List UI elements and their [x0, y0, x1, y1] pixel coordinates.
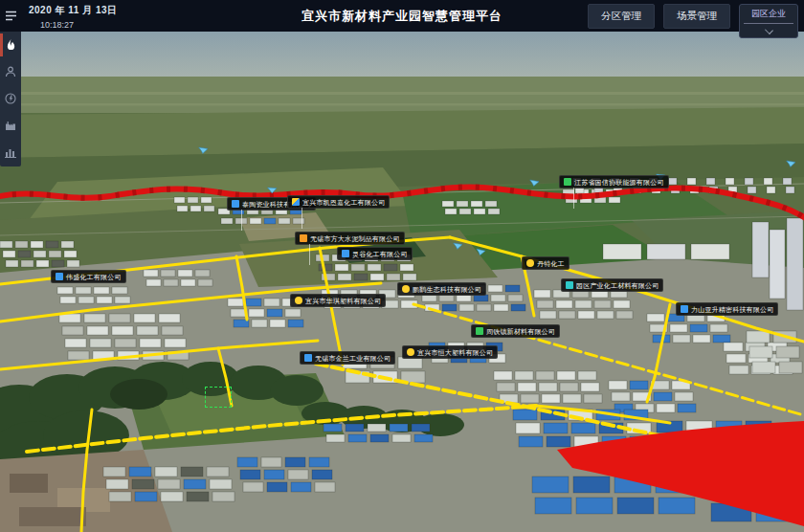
- company-label[interactable]: 无锡市方大水泥制品有限公司: [295, 232, 405, 245]
- app-window: 2020 年 11 月 13日 10:18:27 宜兴市新材料产业园智慧管理平台…: [0, 0, 804, 532]
- company-label-text: 无锡市方大水泥制品有限公司: [310, 235, 400, 242]
- company-label[interactable]: 灵谷化工有限公司: [337, 247, 413, 260]
- company-label[interactable]: 宜兴市华琪塑料有限公司: [290, 294, 386, 307]
- company-label[interactable]: 周铁镇新材料有限公司: [471, 324, 560, 338]
- zone-management-button[interactable]: 分区管理: [588, 4, 655, 29]
- company-label-text: 宜兴市凯恩嘉化工有限公司: [302, 199, 385, 206]
- sidebar-item-person[interactable]: [0, 58, 21, 85]
- sidebar-item-stats[interactable]: [0, 139, 21, 166]
- factory-marker-icon: [292, 198, 300, 206]
- factory-marker-icon: [566, 281, 573, 289]
- factory-marker-icon: [300, 234, 307, 242]
- factory-marker-icon: [407, 348, 414, 356]
- person-icon: [5, 66, 16, 78]
- datetime-block: 2020 年 11 月 13日 10:18:27: [29, 4, 118, 30]
- company-label-text: 伟盛化工有限公司: [66, 274, 122, 280]
- factory-marker-icon: [56, 273, 63, 280]
- factory-marker-icon: [232, 200, 239, 208]
- company-label-text: 宜兴市华琪塑料有限公司: [305, 298, 381, 304]
- factory-icon: [5, 120, 16, 131]
- sidebar-item-factory[interactable]: [0, 112, 21, 139]
- factory-marker-icon: [342, 250, 349, 257]
- left-toolbar: [0, 0, 21, 166]
- factory-marker-icon: [564, 178, 571, 186]
- company-label[interactable]: 丹特化工: [522, 256, 570, 270]
- map-3d-view[interactable]: [0, 0, 804, 532]
- company-label[interactable]: 宜兴市凯恩嘉化工有限公司: [287, 195, 390, 209]
- company-label[interactable]: 园区产业化工材料有限公司: [561, 278, 663, 292]
- flame-icon: [6, 39, 16, 52]
- header-actions: 分区管理 场景管理 园区企业: [588, 4, 798, 38]
- energy-icon: [5, 93, 16, 104]
- company-label-text: 灵谷化工有限公司: [352, 251, 408, 257]
- factory-marker-icon: [681, 305, 688, 313]
- factory-marker-icon: [304, 354, 312, 362]
- sidebar-item-fire[interactable]: [0, 32, 21, 58]
- company-label-text: 丹特化工: [537, 260, 565, 267]
- company-label[interactable]: 鹏鹞生态科技有限公司: [397, 282, 486, 296]
- enterprise-dropdown[interactable]: 园区企业: [739, 4, 798, 38]
- company-label-text: 无锡市金兰工业有限公司: [315, 355, 391, 362]
- current-date: 2020 年 11 月 13日: [29, 4, 118, 17]
- company-label[interactable]: 无锡市金兰工业有限公司: [300, 351, 395, 365]
- company-label[interactable]: 宜兴市恒大塑料有限公司: [402, 345, 498, 359]
- factory-marker-icon: [476, 327, 483, 335]
- hamburger-menu-button[interactable]: [0, 0, 21, 32]
- current-time: 10:18:27: [40, 20, 118, 30]
- sidebar-item-energy[interactable]: [0, 85, 21, 112]
- company-label-text: 力山亚升精密科技有限公司: [691, 306, 773, 313]
- scene-management-button[interactable]: 场景管理: [663, 4, 730, 29]
- company-label-text: 宜兴市恒大塑料有限公司: [417, 349, 493, 356]
- factory-marker-icon: [526, 259, 534, 267]
- company-label[interactable]: 伟盛化工有限公司: [51, 270, 126, 283]
- factory-marker-icon: [295, 297, 302, 304]
- hamburger-menu-icon: [5, 11, 17, 21]
- company-label[interactable]: 力山亚升精密科技有限公司: [676, 302, 778, 316]
- company-label-text: 周铁镇新材料有限公司: [486, 328, 555, 335]
- company-label[interactable]: 江苏省国信协联能源有限公司: [559, 175, 669, 188]
- company-label-text: 江苏省国信协联能源有限公司: [574, 179, 664, 186]
- chevron-down-icon: [765, 26, 773, 34]
- bar-chart-icon: [5, 146, 16, 158]
- company-label-text: 鹏鹞生态科技有限公司: [413, 286, 481, 293]
- company-label-text: 园区产业化工材料有限公司: [576, 282, 659, 289]
- selection-box: [205, 387, 232, 408]
- enterprise-dropdown-label: 园区企业: [744, 8, 793, 24]
- factory-marker-icon: [402, 285, 410, 293]
